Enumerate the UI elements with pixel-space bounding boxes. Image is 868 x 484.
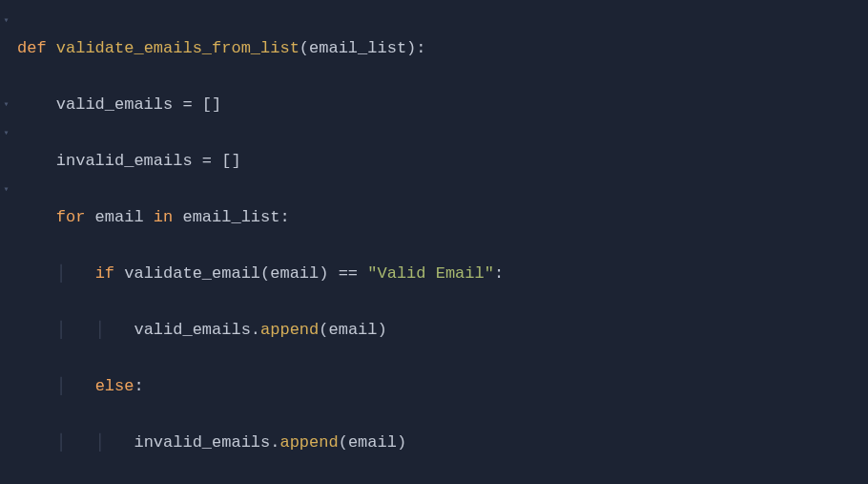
string-literal: "Valid Email" bbox=[367, 264, 494, 283]
method-call: append bbox=[279, 433, 338, 452]
code-line: for email in email_list: bbox=[17, 203, 679, 232]
fold-marker-icon[interactable]: ▾ bbox=[2, 176, 10, 204]
method-call: append bbox=[260, 321, 319, 339]
code-line: │ │ valid_emails.append(email) bbox=[17, 316, 679, 345]
fold-marker-icon[interactable]: ▾ bbox=[2, 119, 10, 148]
code-line: │ │ invalid_emails.append(email) bbox=[17, 429, 679, 457]
code-line: valid_emails = [] bbox=[17, 91, 679, 119]
keyword-if: if bbox=[95, 264, 114, 283]
keyword-def: def bbox=[17, 39, 47, 57]
code-editor[interactable]: def validate_emails_from_list(email_list… bbox=[17, 6, 679, 484]
code-line: def validate_emails_from_list(email_list… bbox=[17, 34, 679, 63]
code-line: │ if validate_email(email) == "Valid Ema… bbox=[17, 260, 679, 288]
keyword-in: in bbox=[154, 208, 173, 226]
fold-gutter: ▾ ▾ ▾ ▾ bbox=[0, 0, 11, 484]
parameter: email_list bbox=[309, 39, 406, 57]
code-line: invalid_emails = [] bbox=[17, 147, 679, 176]
fold-marker-icon[interactable]: ▾ bbox=[2, 7, 10, 35]
fold-marker-icon[interactable]: ▾ bbox=[2, 91, 10, 119]
function-name: validate_emails_from_list bbox=[56, 39, 300, 57]
keyword-for: for bbox=[56, 208, 86, 226]
keyword-else: else bbox=[95, 377, 134, 395]
code-line: │ else: bbox=[17, 372, 679, 401]
